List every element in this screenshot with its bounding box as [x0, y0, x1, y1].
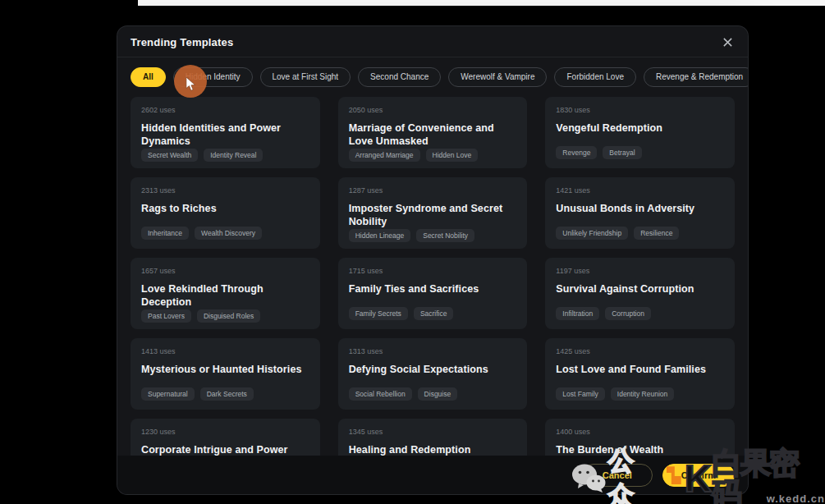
templates-grid: 2602 usesHidden Identities and Power Dyn… [131, 97, 735, 490]
template-tag: Disguise [418, 387, 458, 401]
template-tags-row: Lost FamilyIdentity Reunion [556, 387, 724, 401]
template-tag: Disguised Roles [197, 309, 260, 323]
filter-chip-revenge-redemption[interactable]: Revenge & Redemption [644, 67, 748, 87]
template-tag: Family Secrets [349, 307, 408, 321]
template-tags-row: Hidden LineageSecret Nobility [349, 229, 517, 243]
template-card[interactable]: 2602 usesHidden Identities and Power Dyn… [131, 97, 320, 168]
modal-footer: Cancel Confirm [117, 456, 748, 494]
confirm-button[interactable]: Confirm [662, 464, 735, 487]
template-title: Healing and Redemption [349, 443, 517, 456]
filter-chip-all[interactable]: All [131, 67, 166, 87]
template-title: Imposter Syndrome and Secret Nobility [349, 202, 517, 229]
template-card[interactable]: 2313 usesRags to RichesInheritanceWealth… [131, 177, 320, 249]
template-uses-count: 1345 uses [349, 428, 517, 436]
template-tag: Past Lovers [141, 309, 191, 323]
template-card[interactable]: 1413 usesMysterious or Haunted Histories… [131, 338, 320, 410]
template-tags-row: Family SecretsSacrifice [349, 307, 517, 321]
filter-chip-love-at-first-sight[interactable]: Love at First Sight [260, 67, 351, 87]
template-tag: Wealth Discovery [195, 227, 262, 241]
template-tag: Secret Nobility [416, 229, 474, 243]
template-tags-row: Social RebellionDisguise [349, 387, 517, 401]
trending-templates-modal: Trending Templates AllHidden IdentityLov… [117, 26, 748, 494]
template-uses-count: 1830 uses [556, 106, 724, 114]
filter-chip-second-chance[interactable]: Second Chance [358, 67, 441, 87]
cancel-button[interactable]: Cancel [582, 464, 653, 487]
template-uses-count: 1287 uses [349, 186, 517, 195]
filter-chip-werewolf-vampire[interactable]: Werewolf & Vampire [448, 67, 547, 87]
template-card[interactable]: 2050 usesMarriage of Convenience and Lov… [338, 97, 528, 168]
template-title: Marriage of Convenience and Love Unmaske… [349, 121, 517, 149]
template-title: Love Rekindled Through Deception [141, 282, 309, 309]
template-tag: Arranged Marriage [349, 149, 420, 163]
close-button[interactable] [720, 34, 735, 49]
template-card[interactable]: 1830 usesVengeful RedemptionRevengeBetra… [545, 97, 735, 168]
template-tag: Inheritance [141, 227, 189, 241]
template-tag: Identity Reveal [204, 149, 263, 163]
page-top-strip [138, 0, 825, 6]
template-card[interactable]: 1287 usesImposter Syndrome and Secret No… [338, 177, 528, 249]
template-tag: Hidden Lineage [349, 229, 411, 243]
template-uses-count: 1421 uses [556, 186, 724, 195]
template-title: Vengeful Redemption [556, 121, 724, 135]
template-uses-count: 1425 uses [556, 347, 724, 355]
template-tags-row: RevengeBetrayal [556, 146, 724, 160]
template-tag: Dark Secrets [200, 387, 254, 401]
template-tags-row: Past LoversDisguised Roles [141, 309, 309, 323]
template-tag: Lost Family [556, 387, 604, 401]
template-tags-row: Unlikely FriendshipResilience [556, 227, 724, 241]
template-title: Mysterious or Haunted Histories [141, 363, 309, 376]
template-uses-count: 2313 uses [141, 186, 309, 195]
template-card[interactable]: 1421 usesUnusual Bonds in AdversityUnlik… [545, 177, 735, 249]
watermark-url-text: w.kedd.cn [767, 493, 825, 504]
close-icon [722, 37, 733, 48]
template-card[interactable]: 1197 usesSurvival Against CorruptionInfi… [545, 258, 735, 329]
template-uses-count: 2050 uses [349, 106, 517, 114]
template-tag: Corruption [605, 307, 651, 321]
template-title: Rags to Riches [141, 202, 309, 215]
template-tags-row: Arranged MarriageHidden Love [349, 149, 517, 163]
template-uses-count: 1715 uses [349, 267, 517, 275]
template-tag: Hidden Love [426, 149, 479, 163]
template-uses-count: 1197 uses [556, 267, 724, 275]
template-tag: Revenge [556, 146, 597, 160]
template-tag: Infiltration [556, 307, 599, 321]
template-title: The Burden of Wealth [556, 443, 724, 456]
template-card[interactable]: 1657 usesLove Rekindled Through Deceptio… [131, 258, 320, 329]
template-uses-count: 1313 uses [349, 347, 517, 355]
template-title: Survival Against Corruption [556, 282, 724, 296]
template-title: Defying Social Expectations [349, 363, 517, 376]
template-uses-count: 2602 uses [141, 106, 309, 114]
template-tags-row: InheritanceWealth Discovery [141, 227, 309, 241]
template-tags-row: Secret WealthIdentity Reveal [141, 149, 309, 163]
template-title: Unusual Bonds in Adversity [556, 202, 724, 215]
template-title: Lost Love and Found Families [556, 363, 724, 376]
template-uses-count: 1400 uses [556, 428, 724, 436]
filter-chip-hidden-identity[interactable]: Hidden Identity [173, 67, 253, 87]
template-tag: Secret Wealth [141, 149, 198, 163]
template-tag: Social Rebellion [349, 387, 412, 401]
template-tags-row: InfiltrationCorruption [556, 307, 724, 321]
template-tag: Betrayal [603, 146, 641, 160]
template-tag: Unlikely Friendship [556, 227, 628, 241]
template-card[interactable]: 1715 usesFamily Ties and SacrificesFamil… [338, 258, 528, 329]
template-title: Hidden Identities and Power Dynamics [141, 121, 309, 149]
modal-title: Trending Templates [131, 36, 233, 48]
filter-chips-row: AllHidden IdentityLove at First SightSec… [117, 57, 748, 97]
template-uses-count: 1657 uses [141, 267, 309, 275]
template-tag: Resilience [634, 227, 679, 241]
template-title: Family Ties and Sacrifices [349, 282, 517, 296]
templates-scroll-area[interactable]: 2602 usesHidden Identities and Power Dyn… [117, 97, 748, 494]
template-uses-count: 1230 uses [141, 428, 309, 436]
template-tag: Supernatural [141, 387, 195, 401]
template-card[interactable]: 1425 usesLost Love and Found FamiliesLos… [545, 338, 735, 410]
filter-chip-forbidden-love[interactable]: Forbidden Love [554, 67, 636, 87]
template-tags-row: SupernaturalDark Secrets [141, 387, 309, 401]
template-uses-count: 1413 uses [141, 347, 309, 355]
template-tag: Sacrifice [414, 307, 454, 321]
modal-header: Trending Templates [117, 26, 748, 57]
template-card[interactable]: 1313 usesDefying Social ExpectationsSoci… [338, 338, 528, 410]
template-tag: Identity Reunion [611, 387, 674, 401]
